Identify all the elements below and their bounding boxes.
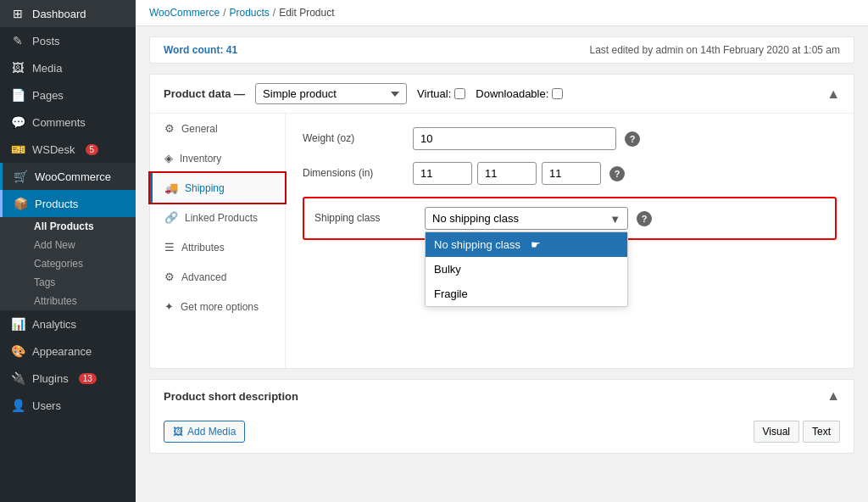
word-count-value: 41 [226, 44, 237, 56]
weight-input[interactable] [413, 127, 616, 150]
top-bar: WooCommerce / Products / Edit Product [136, 0, 868, 26]
word-count-label: Word count: [164, 44, 223, 56]
product-data-title: Product data — [164, 87, 245, 100]
last-edited: Last edited by admin on 14th February 20… [589, 44, 840, 56]
dimensions-inputs [413, 162, 601, 185]
visual-button[interactable]: Visual [754, 421, 799, 443]
sidebar-item-label: Media [32, 62, 62, 75]
linked-products-icon: 🔗 [164, 211, 178, 224]
submenu-add-new[interactable]: Add New [24, 236, 136, 254]
inventory-icon: ◈ [164, 152, 173, 165]
option-label: No shipping class [434, 238, 520, 251]
breadcrumb-woocommerce[interactable]: WooCommerce [149, 7, 220, 19]
virtual-check[interactable]: Virtual: [417, 87, 465, 100]
tab-label: Linked Products [185, 212, 258, 224]
shipping-class-dropdown[interactable]: No shipping class ▼ No shipping class ☛ [425, 207, 628, 230]
content-area: Word count: 41 Last edited by admin on 1… [136, 26, 868, 502]
tab-inventory[interactable]: ◈ Inventory [150, 143, 285, 173]
dropdown-arrow-icon: ▼ [609, 212, 620, 225]
sidebar-item-label: Analytics [32, 318, 76, 331]
downloadable-check[interactable]: Downloadable: [476, 87, 563, 100]
attributes-icon: ☰ [164, 241, 175, 254]
dimension-h-input[interactable] [542, 162, 601, 185]
tab-get-more-options[interactable]: ✦ Get more options [150, 292, 285, 321]
dashboard-icon: ⊞ [10, 7, 25, 20]
products-icon: 📦 [13, 197, 28, 210]
tab-advanced[interactable]: ⚙ Advanced [150, 262, 285, 292]
tab-attributes[interactable]: ☰ Attributes [150, 232, 285, 262]
more-options-icon: ✦ [164, 300, 174, 313]
sidebar-item-label: Plugins [32, 372, 69, 385]
dimension-w-input[interactable] [477, 162, 537, 185]
submenu-attributes[interactable]: Attributes [24, 292, 136, 310]
dimensions-help-icon[interactable]: ? [609, 166, 625, 181]
submenu-all-products[interactable]: All Products [24, 217, 136, 236]
shipping-class-option-no-class[interactable]: No shipping class ☛ [426, 232, 627, 257]
virtual-label: Virtual: [417, 87, 451, 100]
submenu-tags[interactable]: Tags [24, 273, 136, 292]
sidebar-item-label: WooCommerce [35, 170, 111, 183]
product-data-header: Product data — Simple product Variable p… [150, 75, 854, 114]
text-button[interactable]: Text [803, 421, 840, 443]
shipping-class-selected-value: No shipping class [432, 212, 519, 225]
product-data-panel: Product data — Simple product Variable p… [149, 74, 854, 369]
sidebar-item-dashboard[interactable]: ⊞ Dashboard [0, 0, 136, 27]
breadcrumb-products[interactable]: Products [229, 7, 269, 19]
appearance-icon: 🎨 [10, 344, 25, 358]
submenu-categories[interactable]: Categories [24, 254, 136, 273]
tab-label: Inventory [180, 153, 221, 165]
short-description-title: Product short description [164, 390, 298, 403]
sidebar-item-wsdesk[interactable]: 🎫 WSDesk 5 [0, 136, 136, 163]
sidebar-item-products[interactable]: 📦 Products [0, 190, 136, 217]
dimensions-row: Dimensions (in) ? [303, 162, 837, 185]
posts-icon: ✎ [10, 34, 25, 47]
shipping-class-help-icon[interactable]: ? [637, 211, 652, 226]
main-content: WooCommerce / Products / Edit Product Wo… [136, 0, 868, 502]
sidebar-item-label: Products [35, 198, 78, 210]
tab-shipping[interactable]: 🚚 Shipping [150, 173, 285, 203]
tab-label: General [181, 123, 218, 135]
sidebar-item-label: Appearance [32, 345, 92, 358]
shipping-class-option-fragile[interactable]: Fragile [426, 282, 627, 306]
add-media-label: Add Media [187, 426, 236, 438]
shipping-class-select[interactable]: No shipping class ▼ [425, 207, 628, 230]
sidebar-item-woocommerce[interactable]: 🛒 WooCommerce [0, 163, 136, 190]
dimension-l-input[interactable] [413, 162, 472, 185]
woocommerce-icon: 🛒 [13, 170, 28, 183]
sidebar-item-comments[interactable]: 💬 Comments [0, 109, 136, 136]
virtual-checkbox[interactable] [454, 88, 465, 99]
sidebar-item-analytics[interactable]: 📊 Analytics [0, 310, 136, 337]
shipping-class-container: Shipping class No shipping class ▼ [303, 197, 837, 240]
add-media-icon: 🖼 [173, 426, 183, 438]
sidebar-item-label: Dashboard [32, 8, 86, 20]
sidebar-item-label: Pages [32, 89, 64, 102]
sidebar-item-users[interactable]: 👤 Users [0, 392, 136, 419]
downloadable-checkbox[interactable] [552, 88, 563, 99]
shipping-class-label: Shipping class [314, 207, 416, 224]
breadcrumb-current: Edit Product [279, 7, 334, 19]
panel-collapse-icon[interactable]: ▲ [826, 86, 840, 102]
option-label: Fragile [434, 287, 468, 300]
product-type-select[interactable]: Simple product Variable product Grouped … [255, 83, 407, 104]
sidebar-item-appearance[interactable]: 🎨 Appearance [0, 337, 136, 365]
short-description-header: Product short description ▲ [150, 380, 854, 412]
dimensions-label: Dimensions (in) [303, 162, 404, 179]
tab-linked-products[interactable]: 🔗 Linked Products [150, 203, 285, 232]
sidebar-item-media[interactable]: 🖼 Media [0, 54, 136, 81]
sidebar: ⊞ Dashboard ✎ Posts 🖼 Media 📄 Pages 💬 Co… [0, 0, 136, 502]
word-count: Word count: 41 [164, 44, 237, 56]
analytics-icon: 📊 [10, 317, 25, 331]
sidebar-item-label: Comments [32, 116, 86, 129]
wsdesk-badge: 5 [86, 144, 99, 155]
weight-help-icon[interactable]: ? [625, 131, 640, 147]
shipping-class-option-bulky[interactable]: Bulky [426, 257, 627, 282]
sidebar-item-plugins[interactable]: 🔌 Plugins 13 [0, 365, 136, 392]
pages-icon: 📄 [10, 88, 25, 102]
add-media-button[interactable]: 🖼 Add Media [164, 421, 245, 443]
tab-general[interactable]: ⚙ General [150, 114, 285, 143]
short-desc-collapse-icon[interactable]: ▲ [826, 388, 840, 404]
sidebar-item-pages[interactable]: 📄 Pages [0, 81, 136, 109]
shipping-tab-content: Weight (oz) ? Dimensions (in) ? [286, 114, 854, 368]
sidebar-item-posts[interactable]: ✎ Posts [0, 27, 136, 54]
product-data-body: ⚙ General ◈ Inventory 🚚 Shipping 🔗 Linke… [150, 114, 854, 368]
